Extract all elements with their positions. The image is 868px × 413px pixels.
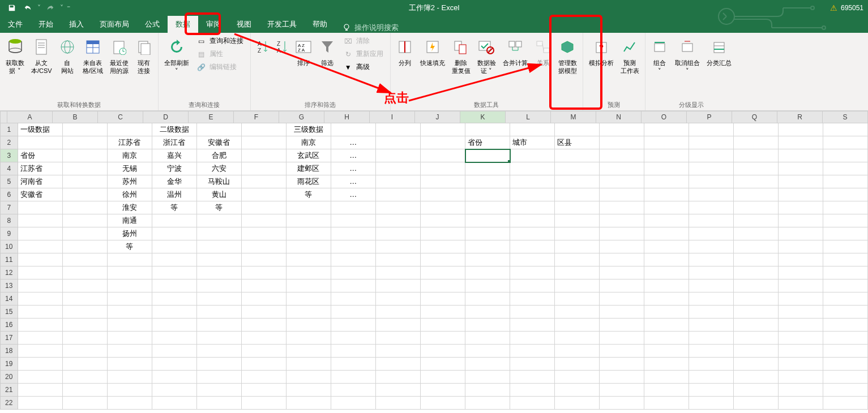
cell[interactable] xyxy=(510,358,555,371)
row-header[interactable]: 19 xyxy=(0,358,18,371)
tab-home[interactable]: 开始 xyxy=(31,16,61,33)
cell[interactable] xyxy=(331,358,376,371)
cell[interactable] xyxy=(421,384,465,397)
cell[interactable] xyxy=(242,279,287,292)
cell[interactable] xyxy=(465,319,510,332)
cell[interactable] xyxy=(152,214,197,227)
cell[interactable] xyxy=(331,319,376,332)
cell[interactable] xyxy=(644,253,689,266)
cell[interactable] xyxy=(108,345,152,358)
row-header[interactable]: 10 xyxy=(0,240,18,253)
cell[interactable] xyxy=(600,149,644,162)
cell[interactable] xyxy=(63,227,108,240)
cell[interactable] xyxy=(644,214,689,227)
cell[interactable] xyxy=(242,136,287,149)
cell[interactable]: … xyxy=(331,175,376,188)
cell[interactable] xyxy=(644,227,689,240)
cell[interactable] xyxy=(600,345,644,358)
column-header[interactable]: I xyxy=(370,111,415,123)
cell[interactable] xyxy=(779,306,823,319)
row-header[interactable]: 20 xyxy=(0,371,18,384)
cell[interactable] xyxy=(63,358,108,371)
cell[interactable] xyxy=(689,266,734,279)
cell[interactable] xyxy=(689,175,734,188)
group-button[interactable]: 组合 ˅ xyxy=(648,34,672,76)
cell[interactable] xyxy=(421,306,465,319)
cell[interactable] xyxy=(600,397,644,410)
cell[interactable] xyxy=(152,306,197,319)
cell[interactable] xyxy=(287,358,331,371)
cell[interactable]: 省份 xyxy=(465,136,510,149)
cell[interactable] xyxy=(18,214,63,227)
cell[interactable] xyxy=(421,292,465,306)
row-header[interactable]: 4 xyxy=(0,162,18,175)
cell[interactable] xyxy=(465,188,510,201)
row-header[interactable]: 15 xyxy=(0,306,18,319)
cell[interactable]: 无锡 xyxy=(108,162,152,175)
cell[interactable] xyxy=(510,175,555,188)
cell[interactable] xyxy=(823,214,868,227)
cell[interactable] xyxy=(421,201,465,214)
cell[interactable] xyxy=(63,332,108,345)
cell[interactable] xyxy=(242,162,287,175)
column-header[interactable]: Q xyxy=(732,111,777,123)
cell[interactable] xyxy=(421,136,465,149)
cell[interactable] xyxy=(600,214,644,227)
cell[interactable] xyxy=(734,123,779,136)
cell[interactable] xyxy=(644,345,689,358)
tab-formula[interactable]: 公式 xyxy=(137,16,168,33)
cell[interactable] xyxy=(331,201,376,214)
cell[interactable] xyxy=(510,319,555,332)
cell[interactable] xyxy=(644,306,689,319)
cell[interactable] xyxy=(644,266,689,279)
cell[interactable] xyxy=(63,149,108,162)
cell[interactable] xyxy=(465,306,510,319)
cell[interactable] xyxy=(689,123,734,136)
cell[interactable] xyxy=(779,279,823,292)
cell[interactable] xyxy=(779,240,823,253)
cell[interactable] xyxy=(644,149,689,162)
recent-sources-button[interactable]: 最近使 用的源 xyxy=(106,34,132,76)
cell[interactable] xyxy=(823,162,868,175)
data-validation-button[interactable]: 数据验 证 ˅ xyxy=(474,34,499,76)
cell[interactable] xyxy=(152,371,197,384)
column-header[interactable]: H xyxy=(324,111,370,123)
row-header[interactable]: 13 xyxy=(0,279,18,292)
cell[interactable] xyxy=(734,175,779,188)
cell[interactable] xyxy=(823,397,868,410)
cell[interactable] xyxy=(197,253,242,266)
column-header[interactable]: N xyxy=(596,111,642,123)
cell[interactable] xyxy=(734,371,779,384)
cell[interactable] xyxy=(242,227,287,240)
cell[interactable] xyxy=(644,175,689,188)
cell[interactable]: 金华 xyxy=(152,175,197,188)
column-header[interactable]: C xyxy=(98,111,143,123)
cell[interactable]: 扬州 xyxy=(108,227,152,240)
cell[interactable] xyxy=(108,371,152,384)
cell[interactable] xyxy=(644,279,689,292)
cell[interactable] xyxy=(421,123,465,136)
cell[interactable] xyxy=(287,306,331,319)
cell[interactable] xyxy=(63,397,108,410)
tab-dev[interactable]: 开发工具 xyxy=(259,16,305,33)
column-header[interactable]: A xyxy=(7,111,53,123)
cell[interactable] xyxy=(823,240,868,253)
from-csv-button[interactable]: 从文 本/CSV xyxy=(28,34,55,76)
cell[interactable]: 马鞍山 xyxy=(197,175,242,188)
relationships-button[interactable]: 关系 xyxy=(531,34,555,68)
cell[interactable] xyxy=(242,214,287,227)
cell[interactable] xyxy=(823,384,868,397)
cell[interactable]: 合肥 xyxy=(197,149,242,162)
cell[interactable] xyxy=(465,345,510,358)
cell[interactable] xyxy=(555,175,600,188)
cell[interactable] xyxy=(600,136,644,149)
cell[interactable] xyxy=(689,279,734,292)
cell[interactable] xyxy=(331,240,376,253)
get-data-button[interactable]: 获取数 据 ˅ xyxy=(2,34,28,76)
cell[interactable] xyxy=(197,266,242,279)
cell[interactable] xyxy=(734,306,779,319)
cell[interactable]: 玄武区 xyxy=(287,149,331,162)
cell[interactable] xyxy=(242,384,287,397)
cell[interactable] xyxy=(779,149,823,162)
whatif-button[interactable]: ? 模拟分析 ˅ xyxy=(585,34,617,76)
